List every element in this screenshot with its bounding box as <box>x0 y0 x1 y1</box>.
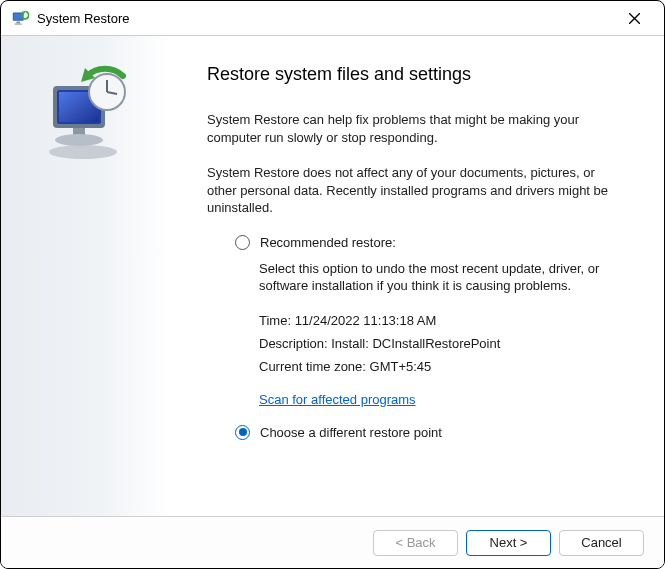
back-button: < Back <box>373 530 458 556</box>
choose-different-label: Choose a different restore point <box>260 425 442 440</box>
intro-paragraph-1: System Restore can help fix problems tha… <box>207 111 626 146</box>
svg-rect-2 <box>16 22 20 24</box>
next-button[interactable]: Next > <box>466 530 551 556</box>
side-panel <box>1 36 169 516</box>
close-button[interactable] <box>614 4 654 32</box>
restore-options: Recommended restore: Select this option … <box>235 235 626 440</box>
titlebar-title: System Restore <box>37 11 614 26</box>
restore-description: Description: Install: DCInstallRestorePo… <box>259 336 626 351</box>
recommended-restore-label: Recommended restore: <box>260 235 396 250</box>
svg-rect-3 <box>15 23 22 24</box>
body-area: Restore system files and settings System… <box>1 36 664 516</box>
cancel-button[interactable]: Cancel <box>559 530 644 556</box>
restore-illustration-icon <box>35 64 135 164</box>
system-restore-dialog: System Restore <box>0 0 665 569</box>
button-bar: < Back Next > Cancel <box>1 516 664 568</box>
restore-timezone: Current time zone: GMT+5:45 <box>259 359 626 374</box>
titlebar: System Restore <box>1 1 664 36</box>
recommended-restore-desc: Select this option to undo the most rece… <box>259 260 626 295</box>
content-panel: Restore system files and settings System… <box>169 36 664 516</box>
page-heading: Restore system files and settings <box>207 64 626 85</box>
radio-icon <box>235 425 250 440</box>
system-restore-icon <box>11 9 29 27</box>
intro-paragraph-2: System Restore does not affect any of yo… <box>207 164 626 217</box>
recommended-restore-option[interactable]: Recommended restore: <box>235 235 626 250</box>
svg-point-12 <box>55 134 103 146</box>
radio-icon <box>235 235 250 250</box>
restore-time: Time: 11/24/2022 11:13:18 AM <box>259 313 626 328</box>
scan-affected-programs-link[interactable]: Scan for affected programs <box>259 392 416 407</box>
choose-different-restore-option[interactable]: Choose a different restore point <box>235 425 626 440</box>
svg-point-7 <box>49 145 117 159</box>
